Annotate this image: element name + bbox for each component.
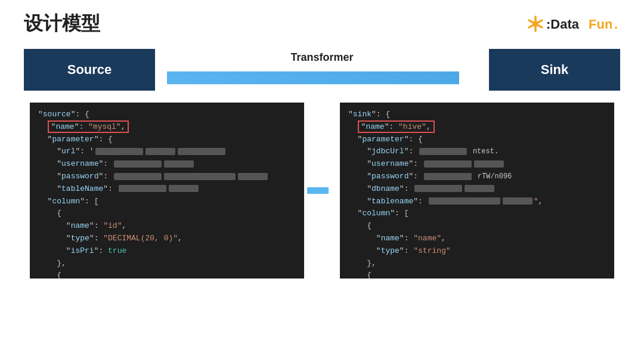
code-line: {	[348, 270, 606, 279]
blurred-url2	[145, 148, 175, 155]
blurred-sink-tbl	[429, 197, 500, 205]
code-line: "sink": {	[348, 109, 606, 121]
blurred-table2	[169, 185, 199, 192]
code-line: "parameter": {	[38, 134, 296, 146]
blurred-pass3	[238, 173, 268, 180]
code-line: "column": [	[348, 208, 606, 220]
source-code-panel: "source": { "name": "mysql", "parameter"…	[30, 103, 304, 279]
transformer-arrow	[167, 67, 477, 89]
code-line: {	[348, 220, 606, 233]
small-arrow-line	[307, 184, 329, 197]
logo: :Data Fun .	[525, 12, 620, 36]
blurred-sink-pass	[424, 173, 472, 180]
code-panels-row: "source": { "name": "mysql", "parameter"…	[0, 103, 644, 279]
blurred-sink-tbl2	[503, 197, 532, 205]
svg-text::Data: :Data	[546, 17, 580, 32]
code-line: "username":	[38, 158, 296, 171]
transformer-arrow-container: Transformer	[167, 51, 477, 89]
header: 设计模型 :Data Fun .	[0, 0, 644, 43]
blurred-sink-user2	[474, 160, 504, 168]
blurred-pass	[114, 173, 162, 180]
code-line: "isPri": true	[38, 245, 296, 258]
code-line: },	[38, 258, 296, 270]
code-line: "name": "name",	[348, 233, 606, 245]
source-box: Source	[24, 49, 155, 91]
blurred-url3	[178, 148, 225, 155]
small-arrow	[307, 184, 337, 197]
blurred-sink-db	[414, 185, 462, 192]
code-line: "parameter": {	[348, 134, 606, 146]
code-line: "dbname":	[348, 183, 606, 196]
blurred-user	[114, 160, 162, 168]
code-line: "url": '	[38, 146, 296, 158]
svg-text:Fun: Fun	[589, 17, 612, 32]
blurred-table	[119, 185, 166, 192]
blurred-sink-user	[424, 160, 472, 168]
highlight-name-hive: "name": "hive",	[358, 120, 435, 133]
datafun-logo: :Data Fun .	[525, 12, 620, 36]
code-line: "name": "id",	[38, 220, 296, 233]
transformer-section: Source Transformer Sink	[0, 49, 644, 91]
blurred-pass2	[164, 173, 236, 180]
arrow-line	[167, 67, 459, 89]
code-line: "password": rTW/n096	[348, 171, 606, 183]
transformer-label: Transformer	[290, 51, 353, 64]
code-line: "jdbcUrl": ntest.	[348, 146, 606, 158]
code-line: "column": [	[38, 196, 296, 208]
code-line: "type": "DECIMAL(20, 0)",	[38, 233, 296, 245]
sink-box: Sink	[489, 49, 620, 91]
code-line: {	[38, 270, 296, 279]
code-line: "username":	[348, 158, 606, 171]
code-line: "tablename": ",	[348, 196, 606, 208]
code-line: },	[348, 258, 606, 270]
small-arrow-container	[304, 184, 340, 197]
sink-code-panel: "sink": { "name": "hive", "parameter": {…	[340, 103, 614, 279]
code-line: "name": "hive",	[348, 121, 606, 134]
code-line: {	[38, 208, 296, 220]
code-line: "tableName":	[38, 183, 296, 196]
code-line: "source": {	[38, 109, 296, 121]
code-line: "name": "mysql",	[38, 121, 296, 134]
code-line: "password":	[38, 171, 296, 183]
blurred-user2	[164, 160, 194, 168]
svg-text:.: .	[614, 17, 618, 32]
code-line: "type": "string"	[348, 245, 606, 258]
blurred-url	[95, 148, 143, 155]
blurred-jdbc	[419, 148, 467, 155]
page-title: 设计模型	[24, 11, 100, 37]
highlight-name-mysql: "name": "mysql",	[48, 120, 129, 133]
blurred-sink-db2	[465, 185, 494, 192]
